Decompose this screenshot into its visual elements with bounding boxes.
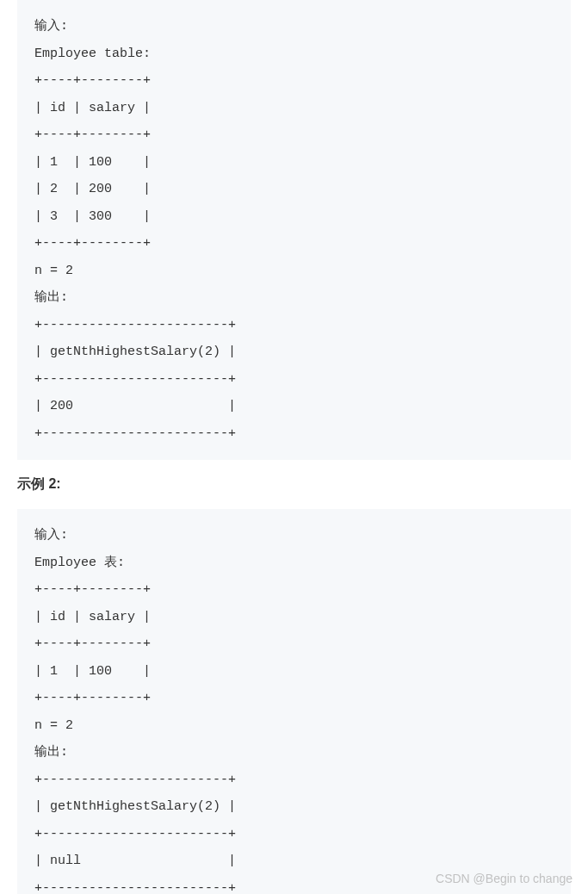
example-1-code-block: 输入: Employee table: +----+--------+ | id… — [17, 0, 571, 460]
watermark-text: CSDN @Begin to change — [436, 872, 573, 885]
example-2-code-block: 输入: Employee 表: +----+--------+ | id | s… — [17, 509, 571, 894]
example-2-label: 示例 2: — [0, 460, 588, 509]
